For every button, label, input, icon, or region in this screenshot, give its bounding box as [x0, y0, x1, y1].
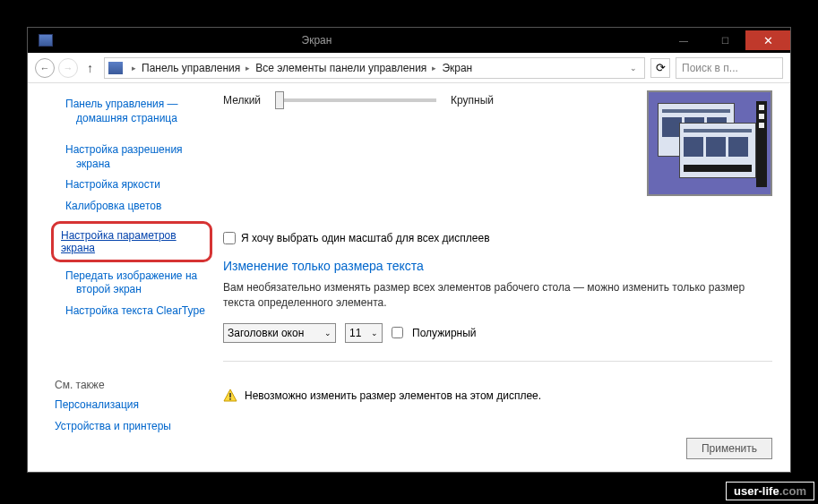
sidebar-link-resolution[interactable]: Настройка разрешения экрана — [49, 140, 212, 175]
content-area: Панель управления — домашняя страница На… — [28, 83, 790, 472]
sidebar-see-also: См. также Персонализация Устройства и пр… — [39, 375, 212, 437]
warning-icon — [223, 389, 237, 403]
sidebar-link-devices[interactable]: Устройства и принтеры — [55, 416, 212, 438]
breadcrumb-sep: ▸ — [128, 64, 140, 73]
scaling-slider[interactable] — [275, 98, 436, 102]
window-controls: — ☐ ✕ — [663, 30, 790, 50]
checkbox-label: Я хочу выбрать один масштаб для всех дис… — [241, 232, 490, 244]
titlebar: Экран — ☐ ✕ — [28, 28, 790, 53]
sidebar-link-personalization[interactable]: Персонализация — [55, 395, 212, 416]
warning-row: Невозможно изменить размер элементов на … — [223, 389, 772, 403]
breadcrumb-icon — [108, 62, 123, 74]
size-select[interactable]: 11 ⌄ — [345, 323, 383, 343]
text-size-controls: Заголовки окон ⌄ 11 ⌄ Полужирный — [223, 323, 772, 343]
watermark: user-life.com — [726, 482, 814, 500]
control-panel-window: Экран — ☐ ✕ ← → ↑ ▸ Панель управления ▸ … — [27, 27, 791, 473]
select-value: Заголовки окон — [228, 327, 304, 339]
maximize-button[interactable]: ☐ — [704, 30, 745, 50]
warning-text: Невозможно изменить размер элементов на … — [245, 389, 541, 402]
app-icon — [39, 34, 53, 47]
window-title: Экран — [60, 34, 663, 47]
sidebar-link-label: Калибровка цветов — [65, 200, 161, 212]
sidebar-link-label: Настройка параметров экрана — [61, 229, 177, 254]
breadcrumb-part[interactable]: Экран — [440, 62, 474, 74]
search-input[interactable]: Поиск в п... — [676, 57, 783, 79]
sidebar-link-params-highlighted[interactable]: Настройка параметров экрана — [51, 221, 212, 262]
svg-rect-1 — [229, 398, 231, 400]
uniform-scale-row: Я хочу выбрать один масштаб для всех дис… — [223, 232, 772, 244]
divider — [223, 361, 772, 362]
bold-label: Полужирный — [412, 327, 477, 339]
select-value: 11 — [349, 327, 361, 339]
up-button[interactable]: ↑ — [87, 61, 93, 75]
sidebar-link-brightness[interactable]: Настройка яркости — [49, 175, 212, 196]
uniform-scale-checkbox[interactable] — [223, 232, 236, 244]
forward-button[interactable]: → — [58, 58, 78, 78]
breadcrumb-part[interactable]: Все элементы панели управления — [254, 62, 428, 74]
breadcrumb-bar[interactable]: ▸ Панель управления ▸ Все элементы панел… — [104, 57, 645, 79]
slider-label-large: Крупный — [451, 94, 494, 107]
breadcrumb-sep: ▸ — [428, 64, 440, 73]
preview-window — [679, 123, 756, 178]
chevron-down-icon: ⌄ — [371, 329, 378, 337]
sidebar-link-home[interactable]: Панель управления — домашняя страница — [49, 94, 212, 129]
text-size-description: Вам необязательно изменять размер всех э… — [223, 280, 772, 311]
slider-thumb[interactable] — [275, 91, 284, 109]
close-button[interactable]: ✕ — [745, 30, 790, 50]
back-button[interactable]: ← — [35, 58, 55, 78]
breadcrumb-sep: ▸ — [242, 64, 254, 73]
slider-label-small: Мелкий — [223, 94, 261, 107]
sidebar: Панель управления — домашняя страница На… — [28, 83, 216, 472]
apply-button[interactable]: Применить — [686, 438, 772, 459]
sidebar-link-calibration[interactable]: Калибровка цветов — [49, 196, 212, 218]
display-preview — [647, 90, 772, 196]
minimize-button[interactable]: — — [663, 30, 704, 50]
chevron-down-icon: ⌄ — [324, 329, 332, 337]
breadcrumb-part[interactable]: Панель управления — [140, 62, 242, 74]
sidebar-link-cast[interactable]: Передать изображение на второй экран — [49, 266, 212, 301]
preview-scrollbar — [756, 101, 767, 187]
shield-icon — [28, 199, 37, 211]
navigation-toolbar: ← → ↑ ▸ Панель управления ▸ Все элементы… — [28, 53, 790, 83]
refresh-button[interactable]: ⟳ — [650, 58, 670, 78]
breadcrumb-dropdown[interactable]: ⌄ — [626, 64, 641, 73]
element-select[interactable]: Заголовки окон ⌄ — [223, 323, 336, 343]
svg-rect-0 — [229, 393, 231, 397]
main-panel: Мелкий Крупный — [216, 83, 790, 472]
text-size-heading: Изменение только размера текста — [223, 259, 772, 273]
see-also-label: См. также — [55, 375, 212, 395]
bold-checkbox[interactable] — [392, 327, 403, 338]
sidebar-link-cleartype[interactable]: Настройка текста ClearType — [49, 301, 212, 322]
